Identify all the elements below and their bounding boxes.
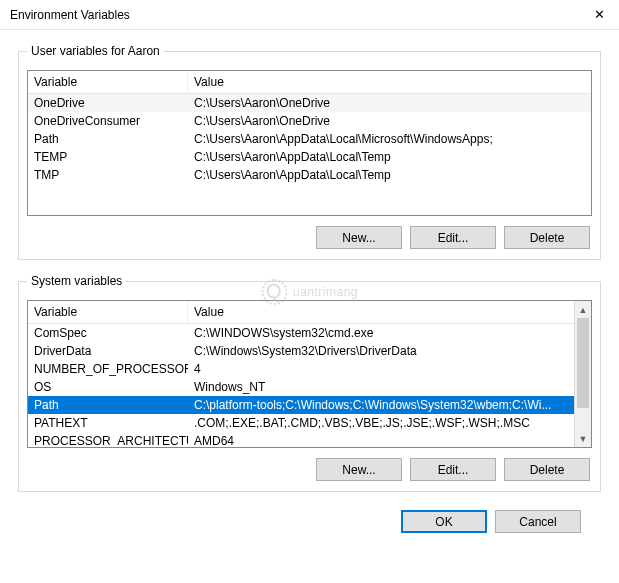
table-row[interactable]: TMPC:\Users\Aaron\AppData\Local\Temp: [28, 166, 591, 184]
scroll-thumb[interactable]: [577, 318, 589, 408]
system-edit-button[interactable]: Edit...: [410, 458, 496, 481]
scroll-up-icon[interactable]: ▲: [575, 301, 591, 318]
cell-value: C:\platform-tools;C:\Windows;C:\Windows\…: [188, 396, 591, 414]
table-row[interactable]: PathC:\platform-tools;C:\Windows;C:\Wind…: [28, 396, 591, 414]
cell-value: Windows_NT: [188, 378, 591, 396]
cell-variable: PATHEXT: [28, 414, 188, 432]
window-title: Environment Variables: [10, 8, 130, 22]
dialog-body: User variables for Aaron Variable Value …: [0, 30, 619, 545]
scrollbar[interactable]: ▲ ▼: [574, 301, 591, 447]
cell-variable: Path: [28, 130, 188, 148]
cell-variable: Path: [28, 396, 188, 414]
table-row[interactable]: OSWindows_NT: [28, 378, 591, 396]
cell-variable: OneDrive: [28, 94, 188, 112]
system-variables-table[interactable]: Variable Value ComSpecC:\WINDOWS\system3…: [27, 300, 592, 448]
scroll-track[interactable]: [575, 318, 591, 430]
cell-value: C:\Users\Aaron\OneDrive: [188, 112, 591, 130]
system-variables-legend: System variables: [27, 274, 126, 288]
table-row[interactable]: OneDriveC:\Users\Aaron\OneDrive: [28, 94, 591, 112]
col-variable[interactable]: Variable: [28, 71, 188, 93]
cell-value: C:\WINDOWS\system32\cmd.exe: [188, 324, 591, 342]
cell-variable: OS: [28, 378, 188, 396]
cell-value: 4: [188, 360, 591, 378]
scroll-down-icon[interactable]: ▼: [575, 430, 591, 447]
cell-value: C:\Users\Aaron\OneDrive: [188, 94, 591, 112]
user-variables-table[interactable]: Variable Value OneDriveC:\Users\Aaron\On…: [27, 70, 592, 216]
cell-value: C:\Users\Aaron\AppData\Local\Temp: [188, 148, 591, 166]
cell-variable: NUMBER_OF_PROCESSORS: [28, 360, 188, 378]
system-delete-button[interactable]: Delete: [504, 458, 590, 481]
system-variables-group: System variables Variable Value ComSpecC…: [18, 274, 601, 492]
cell-value: AMD64: [188, 432, 591, 448]
user-variables-group: User variables for Aaron Variable Value …: [18, 44, 601, 260]
close-icon[interactable]: ✕: [587, 7, 611, 22]
cell-variable: DriverData: [28, 342, 188, 360]
dialog-footer: OK Cancel: [18, 506, 601, 533]
cell-variable: PROCESSOR_ARCHITECTURE: [28, 432, 188, 448]
table-row[interactable]: NUMBER_OF_PROCESSORS4: [28, 360, 591, 378]
cell-value: C:\Users\Aaron\AppData\Local\Microsoft\W…: [188, 130, 591, 148]
cell-variable: ComSpec: [28, 324, 188, 342]
system-new-button[interactable]: New...: [316, 458, 402, 481]
user-edit-button[interactable]: Edit...: [410, 226, 496, 249]
table-row[interactable]: PROCESSOR_ARCHITECTUREAMD64: [28, 432, 591, 448]
col-value[interactable]: Value: [188, 71, 591, 93]
table-row[interactable]: OneDriveConsumerC:\Users\Aaron\OneDrive: [28, 112, 591, 130]
table-row[interactable]: TEMPC:\Users\Aaron\AppData\Local\Temp: [28, 148, 591, 166]
table-row[interactable]: ComSpecC:\WINDOWS\system32\cmd.exe: [28, 324, 591, 342]
user-variables-legend: User variables for Aaron: [27, 44, 164, 58]
user-delete-button[interactable]: Delete: [504, 226, 590, 249]
col-variable[interactable]: Variable: [28, 301, 188, 323]
cell-value: .COM;.EXE;.BAT;.CMD;.VBS;.VBE;.JS;.JSE;.…: [188, 414, 591, 432]
cell-variable: TMP: [28, 166, 188, 184]
table-row[interactable]: PATHEXT.COM;.EXE;.BAT;.CMD;.VBS;.VBE;.JS…: [28, 414, 591, 432]
user-new-button[interactable]: New...: [316, 226, 402, 249]
table-row[interactable]: DriverDataC:\Windows\System32\Drivers\Dr…: [28, 342, 591, 360]
cell-variable: TEMP: [28, 148, 188, 166]
titlebar: Environment Variables ✕: [0, 0, 619, 30]
ok-button[interactable]: OK: [401, 510, 487, 533]
table-header: Variable Value: [28, 301, 591, 324]
user-button-row: New... Edit... Delete: [27, 226, 592, 249]
cell-value: C:\Users\Aaron\AppData\Local\Temp: [188, 166, 591, 184]
cell-variable: OneDriveConsumer: [28, 112, 188, 130]
col-value[interactable]: Value: [188, 301, 591, 323]
table-row[interactable]: PathC:\Users\Aaron\AppData\Local\Microso…: [28, 130, 591, 148]
cell-value: C:\Windows\System32\Drivers\DriverData: [188, 342, 591, 360]
system-button-row: New... Edit... Delete: [27, 458, 592, 481]
cancel-button[interactable]: Cancel: [495, 510, 581, 533]
table-header: Variable Value: [28, 71, 591, 94]
